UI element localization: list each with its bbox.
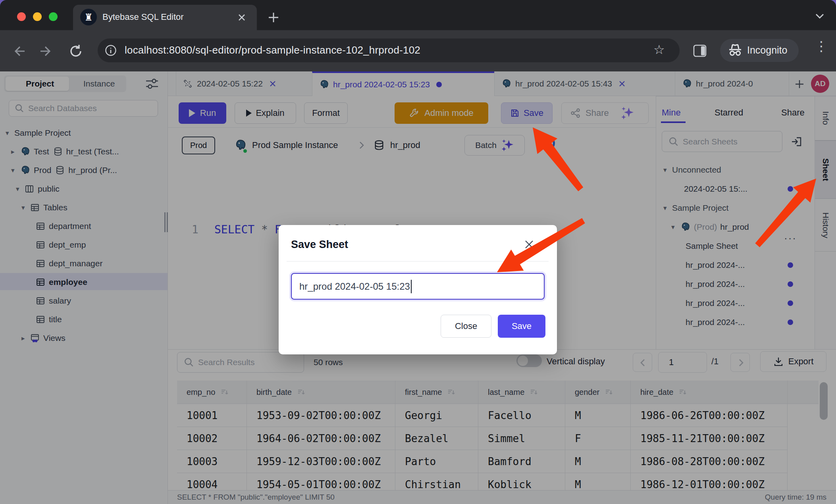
- url-text: localhost:8080/sql-editor/prod-sample-in…: [125, 44, 420, 56]
- dialog-save-button[interactable]: Save: [498, 315, 545, 338]
- window-close-button[interactable]: [17, 12, 26, 21]
- window-zoom-button[interactable]: [49, 12, 58, 21]
- incognito-label: Incognito: [747, 44, 787, 56]
- browser-menu-icon[interactable]: ⋮: [815, 38, 828, 54]
- browser-chrome: ♜ Bytebase SQL Editor localhost:8080/sql…: [0, 0, 836, 71]
- new-tab-icon[interactable]: [268, 12, 279, 23]
- sheet-name-input[interactable]: hr_prod 2024-02-05 15:23: [291, 273, 545, 300]
- bookmark-star-icon[interactable]: ☆: [653, 42, 665, 57]
- dialog-divider: [287, 261, 549, 262]
- browser-tab[interactable]: ♜ Bytebase SQL Editor: [73, 5, 257, 30]
- browser-tab-title: Bytebase SQL Editor: [102, 12, 184, 22]
- save-sheet-dialog: Save Sheet hr_prod 2024-02-05 15:23 Clos…: [279, 225, 557, 354]
- dialog-close-icon[interactable]: [524, 239, 534, 250]
- forward-icon[interactable]: [40, 44, 54, 58]
- dialog-close-button[interactable]: Close: [441, 315, 491, 338]
- text-cursor: [411, 280, 412, 293]
- tab-close-icon[interactable]: [237, 12, 247, 23]
- tab-search-chevron-icon[interactable]: [814, 12, 826, 21]
- incognito-badge: Incognito: [720, 39, 799, 62]
- back-icon[interactable]: [11, 44, 25, 58]
- side-panel-icon[interactable]: [693, 44, 707, 57]
- reload-icon[interactable]: [68, 44, 83, 59]
- dialog-title: Save Sheet: [291, 239, 348, 251]
- address-bar[interactable]: localhost:8080/sql-editor/prod-sample-in…: [98, 38, 680, 62]
- site-info-icon[interactable]: [105, 44, 117, 56]
- favicon: ♜: [80, 9, 97, 25]
- window-minimize-button[interactable]: [33, 12, 42, 21]
- incognito-icon: [728, 44, 742, 57]
